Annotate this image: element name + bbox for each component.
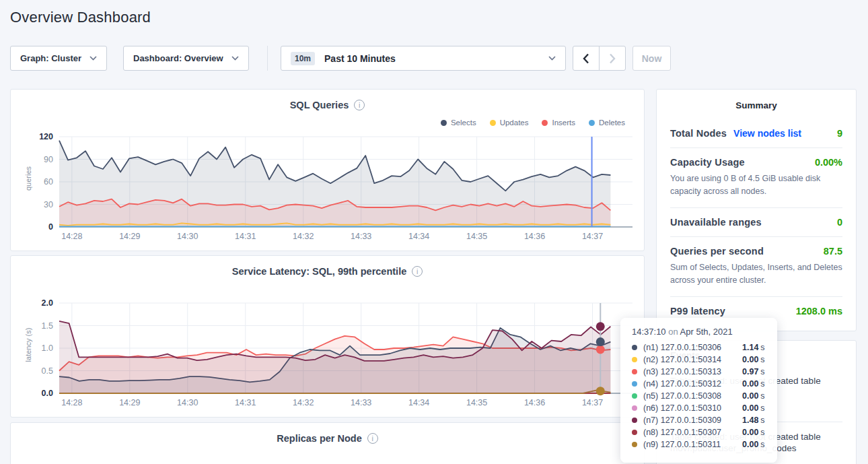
- chart-title: Service Latency: SQL, 99th percentile: [232, 266, 407, 277]
- chart-title-row: SQL Queries: [11, 95, 644, 115]
- dashboard-dropdown[interactable]: Dashboard: Overview: [123, 46, 249, 71]
- tooltip-date: Apr 5th, 2021: [680, 327, 733, 337]
- summary-panel: Summary Total Nodes View nodes list 9 Ca…: [656, 89, 857, 331]
- chart-title: SQL Queries: [290, 100, 349, 110]
- summary-value: 0.00%: [815, 157, 842, 168]
- svg-text:14:29: 14:29: [119, 232, 140, 241]
- now-button[interactable]: Now: [632, 46, 671, 71]
- latency-chart-legend-spacer: [11, 281, 644, 296]
- node-value: 0.00: [742, 440, 758, 449]
- tooltip-timestamp: 14:37:10 on Apr 5th, 2021: [632, 327, 777, 337]
- svg-text:2.0: 2.0: [42, 298, 53, 308]
- time-range-badge: 10m: [291, 52, 315, 65]
- summary-description: You are using 0 B of 4.5 GiB usable disk…: [670, 172, 842, 199]
- chart-title: Replicas per Node: [277, 433, 362, 444]
- overview-dashboard-page: Overview Dashboard Graph: Cluster Dashbo…: [0, 0, 868, 464]
- svg-text:14:35: 14:35: [466, 398, 487, 407]
- info-icon[interactable]: [367, 433, 378, 444]
- summary-value: 0: [837, 217, 842, 228]
- tooltip-node-row: (n3) 127.0.0.1:503130.97s: [632, 366, 777, 378]
- node-value-unit: s: [760, 367, 764, 376]
- svg-text:0.0: 0.0: [42, 389, 53, 398]
- legend-item-selects[interactable]: Selects: [441, 119, 476, 127]
- node-value: 0.00: [742, 391, 758, 401]
- tooltip-node-row: (n8) 127.0.0.1:503070.00s: [632, 426, 777, 438]
- view-nodes-list-link[interactable]: View nodes list: [733, 128, 801, 139]
- node-value: 0.00: [742, 428, 758, 437]
- svg-text:14:37: 14:37: [582, 398, 603, 407]
- tooltip-node-row: (n9) 127.0.0.1:503110.00s: [632, 438, 777, 451]
- tooltip-rows: (n1) 127.0.0.1:503061.14s(n2) 127.0.0.1:…: [632, 341, 777, 451]
- svg-text:1.0: 1.0: [42, 343, 53, 353]
- page-title: Overview Dashboard: [10, 9, 151, 26]
- svg-text:14:30: 14:30: [177, 398, 198, 407]
- summary-label: P99 latency: [670, 306, 725, 317]
- sql-queries-plot[interactable]: 14:2814:2914:3014:3114:3214:3314:3414:35…: [20, 131, 636, 246]
- svg-text:14:34: 14:34: [408, 398, 429, 407]
- node-value: 1.48: [742, 416, 758, 425]
- chart-title-row: Service Latency: SQL, 99th percentile: [11, 261, 644, 281]
- svg-text:14:36: 14:36: [524, 232, 545, 241]
- chevron-left-icon: [583, 53, 589, 64]
- node-color-dot: [632, 357, 637, 362]
- divider: [670, 207, 842, 208]
- node-value: 0.00: [742, 379, 758, 389]
- legend-dot: [441, 120, 447, 126]
- sql-chart-legend: SelectsUpdatesInsertsDeletes: [11, 115, 644, 130]
- node-value: 1.14: [742, 343, 758, 352]
- node-color-dot: [632, 430, 637, 435]
- summary-row-queries-per-second: Queries per second 87.5: [670, 246, 842, 257]
- svg-text:14:35: 14:35: [466, 232, 487, 241]
- chart-title-row: Replicas per Node: [11, 428, 644, 449]
- node-address: (n6) 127.0.0.1:50310: [643, 403, 742, 413]
- svg-text:1.5: 1.5: [42, 321, 53, 331]
- time-next-button[interactable]: [599, 46, 626, 71]
- chart-tooltip: 14:37:10 on Apr 5th, 2021 (n1) 127.0.0.1…: [620, 318, 777, 463]
- svg-text:14:37: 14:37: [582, 232, 603, 241]
- info-icon[interactable]: [354, 100, 365, 110]
- dashboard-dropdown-label: Dashboard: Overview: [133, 53, 223, 63]
- svg-text:14:34: 14:34: [408, 232, 429, 241]
- node-value-unit: s: [760, 391, 764, 401]
- svg-text:14:33: 14:33: [351, 232, 371, 241]
- summary-label: Capacity Usage: [670, 157, 745, 168]
- legend-dot: [542, 120, 548, 126]
- summary-label: Queries per second: [670, 246, 764, 257]
- time-step-buttons: [573, 46, 626, 71]
- info-icon[interactable]: [412, 266, 423, 277]
- svg-text:30: 30: [44, 200, 53, 209]
- node-address: (n4) 127.0.0.1:50312: [643, 379, 742, 389]
- time-range-label: Past 10 Minutes: [324, 53, 548, 64]
- summary-row-p99-latency: P99 latency 1208.0 ms: [670, 306, 842, 317]
- svg-text:14:29: 14:29: [119, 398, 140, 407]
- replicas-per-node-chart-card: Replicas per Node: [10, 422, 645, 464]
- node-address: (n2) 127.0.0.1:50314: [643, 355, 742, 364]
- node-value-unit: s: [760, 355, 764, 364]
- toolbar: Graph: Cluster Dashboard: Overview 10m P…: [10, 46, 671, 71]
- legend-dot: [589, 120, 595, 126]
- service-latency-plot[interactable]: 14:2814:2914:3014:3114:3214:3314:3414:35…: [20, 298, 636, 412]
- svg-text:14:28: 14:28: [61, 398, 82, 407]
- node-color-dot: [632, 393, 637, 399]
- node-value: 0.00: [742, 403, 758, 413]
- summary-row-total-nodes: Total Nodes View nodes list 9: [670, 128, 842, 139]
- graph-dropdown[interactable]: Graph: Cluster: [10, 46, 107, 71]
- time-range-dropdown[interactable]: 10m Past 10 Minutes: [281, 46, 566, 71]
- graph-dropdown-label: Graph: Cluster: [20, 53, 81, 63]
- legend-label: Updates: [500, 119, 529, 127]
- latency-plot-area: latency (s) 14:2814:2914:3014:3114:3214:…: [11, 298, 644, 412]
- node-color-dot: [632, 442, 637, 447]
- svg-text:14:32: 14:32: [293, 398, 314, 407]
- legend-item-updates[interactable]: Updates: [490, 119, 529, 127]
- node-address: (n7) 127.0.0.1:50309: [643, 416, 742, 425]
- service-latency-chart-card: Service Latency: SQL, 99th percentile la…: [10, 255, 645, 418]
- sql-plot-area: queries 14:2814:2914:3014:3114:3214:3314…: [11, 131, 644, 246]
- svg-text:0.5: 0.5: [42, 366, 53, 376]
- time-prev-button[interactable]: [573, 46, 600, 71]
- y-axis-label: latency (s): [24, 311, 32, 378]
- tooltip-node-row: (n6) 127.0.0.1:503100.00s: [632, 402, 777, 414]
- legend-item-deletes[interactable]: Deletes: [589, 119, 625, 127]
- node-color-dot: [632, 418, 637, 423]
- legend-item-inserts[interactable]: Inserts: [542, 119, 575, 127]
- divider: [670, 236, 842, 237]
